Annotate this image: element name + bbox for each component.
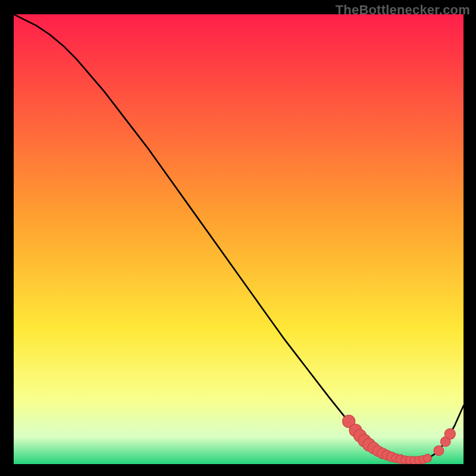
bottleneck-chart bbox=[14, 14, 464, 464]
marker-point bbox=[424, 454, 432, 462]
chart-frame: TheBottlenecker.com bbox=[0, 0, 476, 476]
marker-point bbox=[444, 428, 455, 439]
gradient-background bbox=[14, 14, 464, 464]
marker-point bbox=[434, 446, 444, 456]
watermark-text: TheBottlenecker.com bbox=[336, 2, 470, 18]
